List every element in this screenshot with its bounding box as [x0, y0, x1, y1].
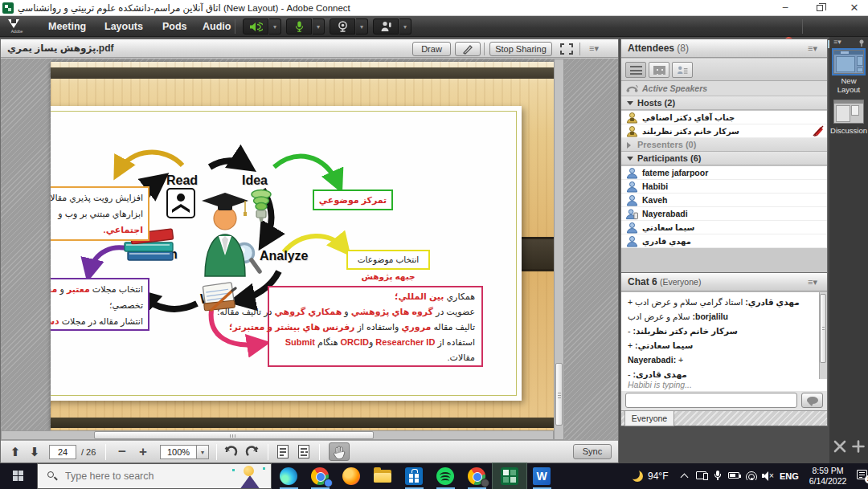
microphone-tray-icon[interactable] [714, 471, 722, 482]
layout-thumbnail-new-layout[interactable] [833, 50, 864, 74]
battery-tray-icon[interactable] [728, 472, 739, 479]
hidden-icons-chevron[interactable] [681, 474, 689, 482]
zoom-level-value[interactable]: 100% [160, 445, 197, 459]
chat-text: - [628, 326, 631, 336]
chat-text: سلام و عرض ادب [628, 312, 690, 321]
zoom-dropdown[interactable]: ▾ [196, 445, 209, 459]
status-dropdown[interactable]: ▾ [399, 18, 411, 35]
horizontal-scrollbar-thumb[interactable] [94, 431, 374, 439]
taskbar-microsoft-store-icon[interactable] [399, 463, 430, 489]
status-button[interactable] [373, 18, 399, 35]
chat-tab-everyone[interactable]: Everyone [624, 411, 674, 426]
taskbar-adobe-connect-icon-active[interactable] [493, 463, 526, 489]
participant-row[interactable]: fateme jafarpoor [621, 166, 827, 180]
speaker-dropdown[interactable]: ▾ [269, 18, 281, 35]
presenters-section-header[interactable]: Presenters (0) [621, 138, 827, 152]
layouts-menu-icon[interactable]: ≡▾ [833, 38, 841, 46]
close-button[interactable]: ✕ [841, 0, 868, 16]
menu-pods[interactable]: Pods [154, 16, 195, 37]
wifi-tray-icon[interactable] [746, 471, 757, 480]
textbox-journal-selection: انتخاب مجلات معتبر و مش تخصصي؛ انتشار مق… [51, 278, 149, 331]
microphone-button[interactable] [286, 18, 312, 35]
start-button[interactable] [0, 463, 37, 489]
previous-page-button[interactable]: ⬆ [7, 444, 23, 460]
participants-section-header[interactable]: Participants (6) [621, 152, 827, 165]
status-view-button[interactable] [672, 62, 693, 78]
taskbar-spotify-icon[interactable] [430, 463, 461, 489]
share-pod-menu-icon[interactable]: ≡▾ [584, 43, 604, 55]
taskbar-search[interactable] [37, 463, 272, 489]
display-tray-icon[interactable] [696, 471, 706, 479]
vertical-scrollbar-thumb[interactable] [555, 363, 563, 426]
taskbar-chrome2-icon[interactable] [461, 463, 493, 489]
sync-button[interactable]: Sync [573, 444, 612, 459]
layouts-sidebar-top: ≡▾ [829, 37, 868, 48]
rotate-right-button[interactable] [245, 446, 259, 458]
toolbar-separator3 [268, 444, 268, 460]
zoom-in-button[interactable]: + [134, 444, 152, 460]
language-indicator[interactable]: ENG [780, 463, 799, 489]
manage-layouts-icon[interactable] [833, 440, 846, 453]
horizontal-scrollbar[interactable] [1, 430, 554, 440]
taskbar-chrome-icon[interactable] [305, 463, 336, 489]
host-name: جناب آقاي دكتر اصنافي [642, 111, 735, 124]
action-center-icon[interactable]: 2 [857, 470, 868, 481]
participant-row[interactable]: Nayerabadi [621, 207, 827, 221]
volume-muted-icon[interactable]: × [762, 471, 775, 481]
menu-meeting[interactable]: Meeting [40, 16, 94, 37]
chat-sender: مهدي قادري [745, 297, 799, 307]
zoom-out-button[interactable]: − [113, 444, 131, 460]
chat-scrollbar[interactable] [819, 292, 827, 379]
hosts-section-header[interactable]: Hosts (2) [621, 96, 827, 110]
fit-width-button[interactable] [298, 445, 309, 458]
add-layout-icon[interactable] [852, 440, 865, 453]
chat-pod: Chat 6 (Everyone) ≡▾ مهدي قادري استاد گر… [620, 272, 828, 426]
attendee-list-view-button[interactable] [625, 62, 646, 78]
toolbar-separator4 [319, 444, 320, 460]
participant-row[interactable]: Kaveh [621, 194, 827, 207]
chat-scope: (Everyone) [660, 277, 701, 287]
annotation-pencil-button[interactable] [455, 42, 481, 56]
rotate-left-button[interactable] [224, 446, 238, 458]
webcam-button[interactable] [330, 18, 355, 35]
fullscreen-icon [560, 43, 573, 55]
microphone-icon [295, 21, 304, 33]
host-row[interactable]: جناب آقاي دكتر اصنافي [621, 111, 827, 124]
host-row[interactable]: سركار خانم دكتر نظربلند [621, 124, 827, 138]
next-page-button[interactable]: ⬇ [27, 444, 43, 460]
page-number-input[interactable] [49, 445, 76, 459]
taskbar-word-icon[interactable]: W [526, 463, 558, 489]
weather-moon-icon[interactable] [632, 471, 643, 482]
hosts-header-label: Hosts (2) [637, 96, 675, 110]
search-input[interactable] [65, 464, 218, 488]
minimize-button[interactable]: – [772, 0, 799, 16]
layout-thumbnail-discussion[interactable] [833, 100, 864, 124]
taskbar-clock[interactable]: 8:59 PM 6/14/2022 [805, 466, 850, 487]
chat-send-button[interactable] [801, 393, 823, 408]
chat-message-input[interactable] [625, 393, 797, 408]
menu-layouts[interactable]: Layouts [96, 16, 151, 37]
maximize-button[interactable] [806, 0, 833, 16]
draw-button[interactable]: Draw [412, 42, 451, 56]
pin-icon[interactable] [858, 39, 865, 47]
menu-audio[interactable]: Audio [194, 16, 239, 37]
chat-scrollbar-thumb[interactable] [820, 294, 826, 363]
microphone-dropdown[interactable]: ▾ [313, 18, 325, 35]
attendees-pod-menu-icon[interactable]: ≡▾ [803, 43, 822, 55]
speaker-button[interactable] [243, 18, 268, 35]
stop-sharing-button[interactable]: Stop Sharing [489, 42, 552, 56]
breakout-view-button[interactable] [649, 62, 669, 78]
taskbar-edge-icon[interactable] [273, 463, 305, 489]
participant-row[interactable]: سيما سعادتي [621, 221, 827, 234]
vertical-scrollbar[interactable] [554, 59, 564, 440]
chat-pod-menu-icon[interactable]: ≡▾ [803, 276, 822, 288]
webcam-dropdown[interactable]: ▾ [356, 18, 368, 35]
weather-temperature[interactable]: 94°F [648, 463, 668, 489]
participant-row[interactable]: Habibi [621, 180, 827, 194]
fullscreen-button[interactable] [557, 42, 576, 56]
fit-page-button[interactable] [277, 445, 289, 458]
taskbar-firefox-icon[interactable] [336, 463, 367, 489]
pan-tool-button[interactable] [329, 442, 350, 461]
taskbar-file-explorer-icon[interactable] [367, 463, 399, 489]
participant-row[interactable]: مهدي قادري [621, 234, 827, 248]
